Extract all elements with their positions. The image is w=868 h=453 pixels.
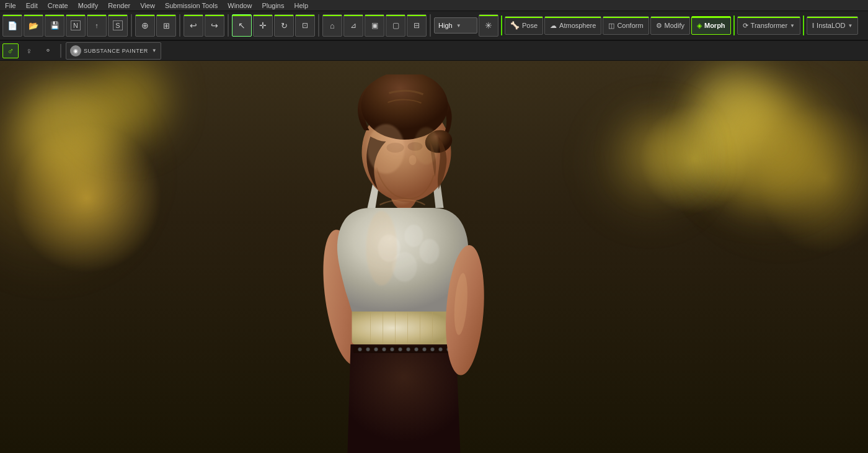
svg-point-17 bbox=[399, 348, 402, 351]
transformer-dropdown-icon: ▼ bbox=[790, 23, 795, 29]
undo-button[interactable]: ↩ bbox=[184, 14, 203, 37]
select-icon: ↖ bbox=[238, 20, 246, 30]
scene-options-icon: ⊟ bbox=[414, 21, 420, 30]
quality-dropdown[interactable]: High bbox=[434, 17, 477, 34]
instalod-panel-button[interactable]: I InstaLOD ▼ bbox=[807, 16, 858, 35]
female-icon: ♀ bbox=[26, 46, 33, 56]
separator-2 bbox=[179, 14, 180, 37]
menu-file[interactable]: File bbox=[2, 2, 19, 9]
svg-point-20 bbox=[423, 348, 427, 351]
scene-scale-button[interactable]: ⊿ bbox=[343, 14, 363, 37]
save-icon: 💾 bbox=[50, 21, 60, 30]
home-button[interactable]: ⌂ bbox=[322, 14, 342, 37]
menu-edit[interactable]: Edit bbox=[24, 2, 40, 9]
save-button[interactable]: 💾 bbox=[45, 14, 64, 37]
new-scene-button[interactable]: N bbox=[66, 14, 86, 37]
svg-point-22 bbox=[439, 348, 443, 351]
pose-label: Pose bbox=[522, 22, 538, 29]
menu-view[interactable]: View bbox=[138, 2, 157, 9]
menubar: File Edit Create Modify Render View Subm… bbox=[0, 0, 868, 11]
home-icon: ⌂ bbox=[330, 21, 335, 30]
svg-point-34 bbox=[414, 127, 439, 164]
warm-light-right bbox=[694, 61, 868, 235]
open-button[interactable]: 📂 bbox=[24, 14, 43, 37]
secondary-toolbar: ♂ ♀ ⚬ ◉ SUBSTANCE PAINTER ▼ bbox=[0, 41, 868, 61]
morph-icon: ◈ bbox=[697, 22, 702, 30]
svg-point-33 bbox=[366, 211, 397, 285]
new-button[interactable]: 📄 bbox=[2, 14, 22, 37]
atmosphere-icon: ☁ bbox=[550, 22, 557, 30]
substance-painter-button[interactable]: ◉ SUBSTANCE PAINTER ▼ bbox=[66, 42, 161, 60]
scale-icon: ⊡ bbox=[302, 21, 308, 30]
new-icon: 📄 bbox=[7, 21, 17, 30]
menu-window[interactable]: Window bbox=[225, 2, 254, 9]
open-scene-button[interactable]: ↑ bbox=[87, 14, 107, 37]
svg-point-18 bbox=[407, 348, 410, 351]
perspective-button[interactable]: ⊕ bbox=[135, 14, 155, 37]
substance-painter-icon: ◉ bbox=[70, 45, 81, 56]
scale-tool-button[interactable]: ⊡ bbox=[295, 14, 315, 37]
female-figure-button[interactable]: ♀ bbox=[21, 43, 37, 58]
instalod-icon: I bbox=[812, 22, 814, 29]
conform-panel-button[interactable]: ◫ Conform bbox=[603, 16, 649, 35]
atmosphere-panel-button[interactable]: ☁ Atmosphere bbox=[544, 16, 601, 35]
male-icon: ♂ bbox=[7, 46, 14, 56]
svg-point-2 bbox=[405, 225, 423, 247]
menu-create[interactable]: Create bbox=[45, 2, 71, 9]
frame-all-button[interactable]: ▣ bbox=[365, 14, 384, 37]
redo-icon: ↪ bbox=[211, 20, 218, 30]
scene-scale-icon: ⊿ bbox=[350, 21, 356, 30]
male-figure-button[interactable]: ♂ bbox=[2, 43, 19, 58]
morph-label: Morph bbox=[704, 22, 725, 29]
transformer-label: Transformer bbox=[751, 22, 788, 29]
menu-render[interactable]: Render bbox=[105, 2, 133, 9]
menu-modify[interactable]: Modify bbox=[76, 2, 100, 9]
undo-icon: ↩ bbox=[190, 20, 197, 30]
modify-label: Modify bbox=[665, 22, 684, 29]
transformer-icon: ⟳ bbox=[743, 22, 748, 30]
tb2-separator bbox=[60, 44, 61, 58]
grid-button[interactable]: ⊞ bbox=[156, 14, 176, 37]
menu-submission-tools[interactable]: Submission Tools bbox=[162, 2, 220, 9]
perspective-icon: ⊕ bbox=[141, 20, 149, 30]
green-separator-1 bbox=[501, 16, 502, 35]
instalod-label: InstaLOD bbox=[817, 22, 845, 29]
conform-icon: ◫ bbox=[608, 22, 614, 30]
select-tool-button[interactable]: ↖ bbox=[232, 14, 252, 37]
new-scene-icon: N bbox=[71, 20, 81, 30]
transformer-panel-button[interactable]: ⟳ Transformer ▼ bbox=[737, 16, 800, 35]
character-svg bbox=[247, 74, 588, 453]
warm-light-left bbox=[0, 81, 143, 267]
svg-point-4 bbox=[420, 239, 440, 264]
substance-painter-label: SUBSTANCE PAINTER bbox=[84, 48, 148, 54]
conform-label: Conform bbox=[617, 22, 643, 29]
separator-3 bbox=[228, 14, 229, 37]
scene-options-button[interactable]: ⊟ bbox=[407, 14, 427, 37]
substance-dropdown-icon: ▼ bbox=[152, 48, 157, 53]
menu-help[interactable]: Help bbox=[291, 2, 311, 9]
figure3-icon: ⚬ bbox=[45, 46, 51, 55]
morph-panel-button[interactable]: ◈ Morph bbox=[691, 16, 731, 35]
frame-selected-button[interactable]: ▢ bbox=[386, 14, 405, 37]
redo-button[interactable]: ↪ bbox=[205, 14, 224, 37]
modify-icon: ⚙ bbox=[656, 22, 662, 30]
light-button[interactable]: ✳ bbox=[479, 14, 498, 37]
separator-5 bbox=[430, 14, 431, 37]
svg-point-19 bbox=[415, 348, 418, 351]
pose-panel-button[interactable]: 🦴 Pose bbox=[505, 16, 543, 35]
modify-panel-button[interactable]: ⚙ Modify bbox=[650, 16, 690, 35]
figure3-button[interactable]: ⚬ bbox=[40, 43, 56, 58]
move-tool-button[interactable]: ✛ bbox=[253, 14, 273, 37]
green-separator-2 bbox=[733, 16, 735, 35]
quality-value: High bbox=[438, 22, 453, 29]
frame-all-icon: ▣ bbox=[371, 21, 378, 30]
menu-plugins[interactable]: Plugins bbox=[259, 2, 286, 9]
grid-icon: ⊞ bbox=[163, 21, 170, 30]
save-scene-button[interactable]: S bbox=[108, 14, 128, 37]
save-scene-icon: S bbox=[113, 20, 123, 30]
rotate-icon: ↻ bbox=[281, 21, 288, 30]
rotate-tool-button[interactable]: ↻ bbox=[274, 14, 294, 37]
separator-1 bbox=[131, 14, 132, 37]
instalod-dropdown-icon: ▼ bbox=[848, 23, 853, 29]
main-toolbar: 📄 📂 💾 N ↑ S ⊕ ⊞ ↩ ↪ ↖ ✛ ↻ ⊡ bbox=[0, 11, 868, 41]
